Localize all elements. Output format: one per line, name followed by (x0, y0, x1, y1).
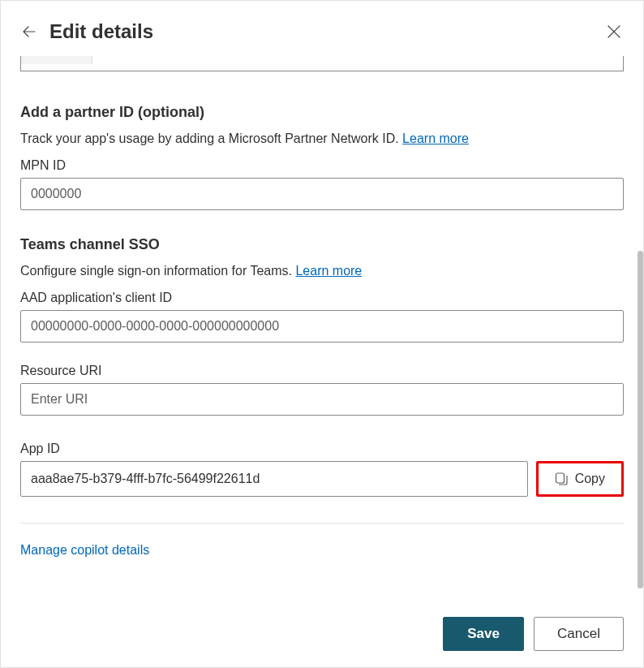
close-button[interactable] (604, 22, 624, 41)
cancel-button[interactable]: Cancel (534, 617, 624, 651)
teams-sso-desc-text: Configure single sign-on information for… (20, 264, 295, 278)
copy-icon (555, 472, 569, 486)
client-id-field-group: AAD application's client ID (20, 291, 624, 343)
panel-body: Add a partner ID (optional) Track your a… (1, 56, 643, 584)
truncated-field-addon (21, 56, 92, 64)
close-icon (608, 25, 620, 38)
panel-footer: Save Cancel (1, 601, 643, 667)
scrollbar-thumb[interactable] (638, 251, 643, 588)
partner-id-desc-text: Track your app's usage by adding a Micro… (20, 131, 402, 145)
teams-sso-description: Configure single sign-on information for… (20, 261, 624, 281)
teams-sso-section: Teams channel SSO Configure single sign-… (20, 236, 624, 416)
svg-rect-0 (556, 473, 564, 483)
panel-header: Edit details (1, 1, 643, 56)
resource-uri-input[interactable] (20, 383, 624, 416)
partner-id-section: Add a partner ID (optional) Track your a… (20, 104, 624, 210)
app-id-section: App ID Copy (20, 442, 624, 497)
app-id-input[interactable] (20, 461, 528, 497)
partner-id-title: Add a partner ID (optional) (20, 104, 624, 121)
mpn-id-input[interactable] (20, 178, 624, 210)
back-button[interactable] (20, 23, 38, 41)
scrollbar-track[interactable] (637, 62, 643, 588)
teams-sso-title: Teams channel SSO (20, 236, 624, 253)
arrow-left-icon (21, 24, 37, 40)
copy-button[interactable]: Copy (540, 465, 620, 493)
copy-button-highlight: Copy (536, 461, 624, 497)
panel-title: Edit details (49, 20, 153, 43)
app-id-row: Copy (20, 461, 624, 497)
mpn-id-label: MPN ID (20, 158, 624, 173)
sso-learn-more-link[interactable]: Learn more (295, 264, 362, 278)
partner-learn-more-link[interactable]: Learn more (402, 131, 469, 145)
app-id-label: App ID (20, 442, 624, 456)
header-left: Edit details (20, 20, 153, 43)
resource-uri-field-group: Resource URI (20, 364, 624, 416)
partner-id-description: Track your app's usage by adding a Micro… (20, 129, 624, 149)
manage-copilot-link[interactable]: Manage copilot details (20, 543, 149, 557)
save-button[interactable]: Save (443, 617, 524, 651)
divider (20, 523, 624, 524)
truncated-previous-field (20, 56, 624, 71)
copy-button-label: Copy (575, 472, 605, 486)
client-id-input[interactable] (20, 310, 624, 343)
resource-uri-label: Resource URI (20, 364, 624, 378)
client-id-label: AAD application's client ID (20, 291, 624, 305)
